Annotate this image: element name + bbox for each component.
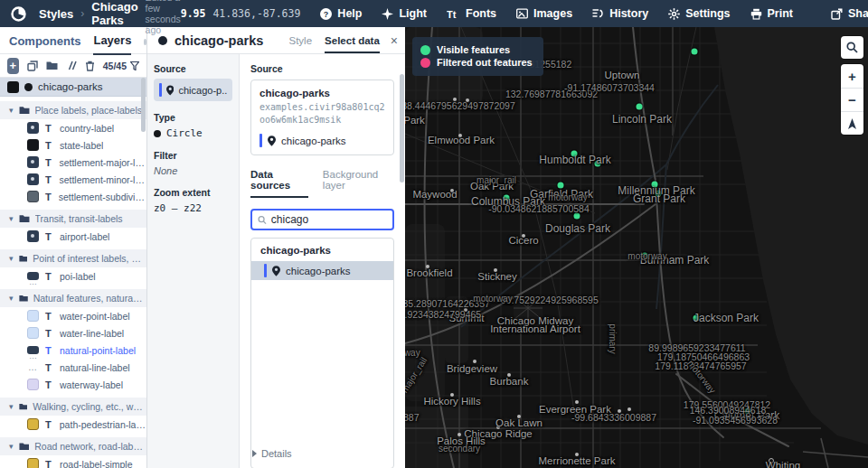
source-search-input[interactable]	[271, 213, 387, 226]
layer-group-header[interactable]: ▾Transit, transit-labels	[0, 210, 146, 228]
duplicate-layer-button[interactable]	[27, 61, 38, 71]
layer-count-filter[interactable]: 45/45	[103, 61, 139, 71]
images-button[interactable]: Images	[516, 7, 572, 20]
layer-row-road-label-simple[interactable]: Troad-label-simple	[0, 455, 146, 468]
panel-title: chicago-parks	[175, 33, 263, 48]
map-label: motorway	[548, 192, 587, 202]
layer-group-label: Point of interest labels, poi-lab...	[33, 253, 143, 264]
tab-components[interactable]: Components	[9, 34, 80, 54]
source-selected-card[interactable]: chicago-p...	[154, 79, 232, 101]
layer-row-state-label[interactable]: Tstate-label	[0, 136, 146, 154]
fonts-button[interactable]: TtFonts	[447, 7, 496, 20]
svg-text:Tt: Tt	[447, 9, 457, 20]
text-label-icon: T	[45, 231, 53, 242]
details-toggle[interactable]: Details	[252, 448, 292, 459]
layer-group-label: Walking, cycling, etc., walking-...	[33, 401, 143, 412]
layer-row-poi-label[interactable]: Tpoi-label	[0, 267, 146, 285]
zoom-level-readout: 9.95	[181, 7, 206, 20]
tab-layers[interactable]: Layers	[93, 33, 131, 55]
legend-label: Visible features	[437, 44, 510, 55]
filter-value: None	[154, 165, 232, 176]
mapbox-logo-icon[interactable]	[11, 6, 26, 22]
map-label: secondary	[439, 444, 480, 454]
map-label: Grant Park	[633, 192, 685, 205]
print-label: Print	[768, 7, 793, 20]
layer-row-country-label[interactable]: Tcountry-label	[0, 119, 146, 136]
zoom-out-button[interactable]: −	[841, 88, 863, 111]
top-bar: Styles › Chicago Parks Edited a few seco…	[0, 0, 868, 27]
compass-button[interactable]	[841, 111, 863, 135]
tab-style[interactable]: Style	[289, 27, 313, 53]
text-label-icon: T	[45, 362, 53, 373]
source-search-box	[250, 209, 394, 230]
text-label-icon: T	[45, 379, 53, 390]
map-label: Merrionette Park	[538, 455, 615, 466]
map-label: Oak Lawn	[495, 417, 542, 428]
map-search-button[interactable]	[841, 36, 863, 59]
layer-row-natural-point-label[interactable]: Tnatural-point-label	[0, 342, 146, 359]
print-button[interactable]: Print	[750, 7, 793, 20]
layer-type-swatch	[27, 379, 39, 390]
layer-row-settlement-subdivision[interactable]: Tsettlement-subdivision...	[0, 188, 146, 205]
text-label-icon: T	[45, 174, 52, 185]
tab-background-layer[interactable]: Background layer	[323, 169, 394, 198]
map-label: Burbank	[490, 376, 529, 387]
help-icon: ?	[320, 8, 332, 20]
text-label-icon: T	[45, 271, 53, 282]
close-panel-button[interactable]: ×	[391, 33, 398, 48]
sidebar-tabs: Components Layers	[0, 27, 146, 54]
layer-row-waterway-label[interactable]: Twaterway-label	[0, 376, 146, 393]
tab-select-data[interactable]: Select data	[325, 27, 380, 53]
layer-type-swatch	[27, 122, 39, 134]
map-label: Maywood	[412, 189, 457, 200]
layer-list: chicago-parks ▾Place labels, place-label…	[0, 78, 146, 468]
layer-group-header[interactable]: ▾Natural features, natural-labels	[0, 289, 146, 307]
layer-group-label: Transit, transit-labels	[35, 213, 123, 224]
layer-row-chicago-parks-selected[interactable]: chicago-parks	[0, 78, 146, 97]
history-button[interactable]: History	[592, 7, 648, 20]
layer-group-label: Road network, road-labels	[34, 441, 143, 452]
share-icon	[831, 8, 843, 20]
layer-group-header[interactable]: ▾Walking, cycling, etc., walking-...	[0, 398, 146, 416]
text-label-icon: T	[45, 459, 53, 468]
source-details-card[interactable]: chicago-parks examples.civir98a801cq2oo6…	[250, 80, 394, 155]
group-layers-button[interactable]	[46, 61, 58, 70]
layer-row-settlement-major-label[interactable]: Tsettlement-major-label	[0, 154, 146, 171]
map-canvas[interactable]: UptownFranklin ParkElmwood ParkOak ParkM…	[405, 27, 868, 468]
settings-button[interactable]: Settings	[668, 7, 730, 20]
add-layer-button[interactable]: +	[7, 58, 19, 74]
layer-label: waterway-label	[60, 379, 123, 390]
tab-data-sources[interactable]: Data sources	[250, 169, 308, 198]
text-label-icon: T	[45, 123, 53, 134]
layer-group-header[interactable]: ▾Road network, road-labels	[0, 437, 146, 455]
layer-row-water-line-label[interactable]: Twater-line-label	[0, 324, 146, 342]
layer-row-settlement-minor-label[interactable]: Tsettlement-minor-label	[0, 171, 146, 188]
map-label: Uptown	[605, 70, 640, 80]
layer-type-swatch	[27, 310, 39, 322]
legend-dot-icon	[420, 58, 430, 68]
source-result-chicago-parks[interactable]: chicago-parks	[251, 261, 393, 280]
sidebar-scrollbar[interactable]	[141, 78, 146, 132]
zoom-in-button[interactable]: +	[841, 64, 863, 88]
share-label: Share...	[848, 7, 868, 20]
panel-scrollbar[interactable]	[400, 74, 404, 183]
layer-label: water-point-label	[60, 311, 130, 322]
toggle-visibility-button[interactable]	[66, 61, 77, 70]
layer-row-path-pedestrian-label[interactable]: Tpath-pedestrian-label	[0, 416, 146, 433]
delete-layer-button[interactable]	[85, 61, 95, 71]
panel-tabs: Style Select data	[289, 27, 380, 53]
layer-row-water-point-label[interactable]: Twater-point-label	[0, 307, 146, 324]
map-label: Douglas Park	[545, 222, 610, 235]
map-label: Whiting	[766, 460, 800, 468]
light-button[interactable]: Light	[382, 7, 427, 20]
layer-row-airport-label[interactable]: Tairport-label	[0, 228, 146, 245]
layer-type-swatch	[27, 173, 39, 185]
layer-group-header[interactable]: ▾Place labels, place-labels	[0, 101, 146, 119]
light-label: Light	[399, 7, 427, 20]
layer-type-swatch	[27, 191, 39, 202]
share-button[interactable]: Share...	[831, 7, 868, 20]
layer-group-header[interactable]: ▾Point of interest labels, poi-lab...	[0, 249, 146, 267]
breadcrumb-styles[interactable]: Styles	[39, 7, 73, 21]
help-button[interactable]: ?Help	[320, 7, 362, 20]
layer-row-natural-line-label[interactable]: Tnatural-line-label	[0, 359, 146, 376]
